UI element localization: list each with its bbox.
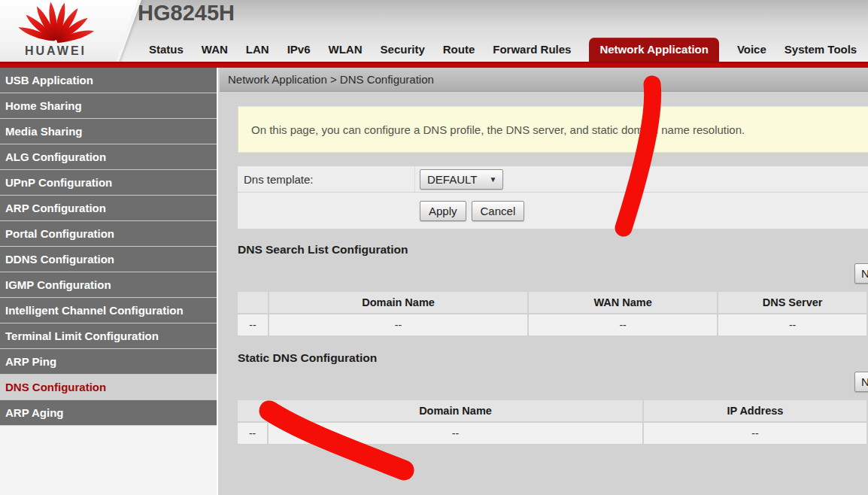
- column-header: DNS Server: [718, 292, 866, 313]
- dns-search-list-section: DNS Search List Configuration New Domain…: [238, 243, 868, 337]
- dns-template-form: Dns template: DEFAULT ▼ Apply Cancel: [238, 166, 868, 229]
- tab-voice[interactable]: Voice: [737, 38, 766, 62]
- sidebar-menu: USB Application Home Sharing Media Shari…: [0, 68, 217, 426]
- sidebar-item-ddns-configuration[interactable]: DDNS Configuration: [0, 247, 217, 272]
- new-dns-search-entry-button[interactable]: New: [854, 263, 868, 284]
- sidebar-item-terminal-limit-configuration[interactable]: Terminal Limit Configuration: [0, 323, 217, 349]
- column-header: Domain Name: [269, 292, 527, 313]
- tab-lan[interactable]: LAN: [246, 38, 269, 62]
- table-cell: --: [238, 314, 268, 336]
- form-buttons-row: Apply Cancel: [238, 193, 868, 229]
- section-title: Static DNS Configuration: [238, 351, 868, 365]
- sidebar: USB Application Home Sharing Media Shari…: [0, 68, 218, 495]
- column-header: IP Address: [644, 400, 866, 421]
- sidebar-item-upnp-configuration[interactable]: UPnP Configuration: [0, 170, 217, 196]
- tab-forward-rules[interactable]: Forward Rules: [493, 38, 571, 62]
- static-dns-table: Domain NameIP Address ------: [236, 399, 868, 445]
- column-header: WAN Name: [529, 292, 717, 313]
- sidebar-item-arp-configuration[interactable]: ARP Configuration: [0, 196, 217, 221]
- table-row: ------: [238, 423, 866, 444]
- table-header-row: Domain NameWAN NameDNS Server: [238, 292, 866, 313]
- apply-button[interactable]: Apply: [420, 201, 466, 221]
- section-title: DNS Search List Configuration: [238, 243, 868, 257]
- sidebar-item-arp-ping[interactable]: ARP Ping: [0, 349, 217, 375]
- table-header-row: Domain NameIP Address: [238, 400, 866, 421]
- sidebar-item-intelligent-channel-configuration[interactable]: Intelligent Channel Configuration: [0, 298, 217, 323]
- table-cell: --: [269, 423, 642, 444]
- info-banner: On this page, you can configure a DNS pr…: [238, 106, 868, 153]
- table-cell: --: [644, 423, 866, 444]
- sidebar-item-igmp-configuration[interactable]: IGMP Configuration: [0, 272, 217, 298]
- page-title: HG8245H: [138, 1, 235, 26]
- table-cell: --: [269, 314, 527, 336]
- main-content: Network Application > DNS Configuration …: [220, 68, 868, 495]
- cancel-button[interactable]: Cancel: [472, 201, 525, 221]
- dns-template-selected-value: DEFAULT: [427, 173, 477, 186]
- dns-template-row: Dns template: DEFAULT ▼: [238, 166, 868, 193]
- column-header: Domain Name: [269, 400, 642, 421]
- sidebar-item-home-sharing[interactable]: Home Sharing: [0, 93, 217, 119]
- router-admin-page: HUAWEI HG8245H Status WAN LAN IPv6: [0, 0, 868, 495]
- chevron-down-icon: ▼: [489, 175, 496, 184]
- huawei-flower-icon: [17, 0, 95, 44]
- dns-template-label: Dns template:: [238, 166, 415, 192]
- tab-security[interactable]: Security: [381, 38, 425, 62]
- new-static-dns-entry-button[interactable]: New: [854, 372, 868, 392]
- sidebar-item-dns-configuration[interactable]: DNS Configuration: [0, 375, 217, 400]
- header-accent-bar: [0, 62, 868, 68]
- sidebar-item-portal-configuration[interactable]: Portal Configuration: [0, 221, 217, 247]
- sidebar-item-media-sharing[interactable]: Media Sharing: [0, 119, 217, 144]
- column-header: [238, 400, 267, 421]
- column-header: [238, 292, 268, 313]
- tab-system-tools[interactable]: System Tools: [785, 38, 857, 62]
- table-cell: --: [238, 423, 267, 444]
- brand-name: HUAWEI: [12, 44, 99, 58]
- tab-route[interactable]: Route: [443, 38, 475, 62]
- dns-search-list-table: Domain NameWAN NameDNS Server --------: [236, 290, 868, 337]
- breadcrumb: Network Application > DNS Configuration: [220, 68, 868, 92]
- sidebar-item-usb-application[interactable]: USB Application: [0, 68, 217, 93]
- dns-template-select[interactable]: DEFAULT ▼: [420, 169, 503, 190]
- main-nav-tabs: Status WAN LAN IPv6 WLAN: [149, 38, 857, 62]
- header: HUAWEI HG8245H Status WAN LAN IPv6: [0, 0, 868, 62]
- table-cell: --: [529, 314, 717, 336]
- info-text: On this page, you can configure a DNS pr…: [251, 123, 745, 136]
- table-cell: --: [718, 314, 866, 336]
- sidebar-item-arp-aging[interactable]: ARP Aging: [0, 400, 217, 426]
- tab-network-application[interactable]: Network Application: [589, 38, 718, 62]
- tab-wlan[interactable]: WLAN: [329, 38, 363, 62]
- table-row: --------: [238, 314, 866, 336]
- static-dns-section: Static DNS Configuration New Domain Name…: [238, 351, 868, 445]
- huawei-logo: HUAWEI: [12, 0, 99, 62]
- tab-ipv6[interactable]: IPv6: [287, 38, 311, 62]
- sidebar-item-alg-configuration[interactable]: ALG Configuration: [0, 144, 217, 170]
- tab-wan[interactable]: WAN: [202, 38, 228, 62]
- tab-status[interactable]: Status: [149, 38, 184, 62]
